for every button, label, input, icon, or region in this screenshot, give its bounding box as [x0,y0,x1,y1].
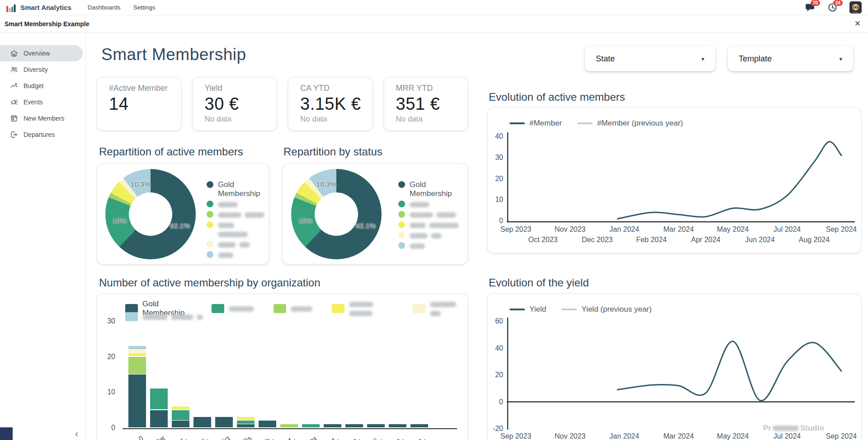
bar-segment [172,410,189,420]
close-icon[interactable]: ✕ [854,19,861,28]
bar-segment [128,350,146,353]
legend-item[interactable] [413,300,467,318]
sidebar-item-label: Departures [24,131,55,138]
brand[interactable]: Smart Analytics [6,3,71,12]
legend-item[interactable] [398,220,463,229]
legend-item[interactable]: #Member [509,119,562,128]
legend-item[interactable]: #Member (previous year) [577,119,683,128]
legend-label: #Member (previous year) [597,119,683,128]
x-axis-tick: Sep 2024 [821,225,862,234]
kpi-card-yield: Yield30 €No data [193,77,277,131]
filter-state[interactable]: State▾ [585,46,715,71]
legend-item[interactable]: Yield (previous year) [561,305,651,314]
legend-redacted [349,300,396,318]
sidebar-item-overview[interactable]: Overview [0,45,83,61]
legend-item[interactable] [332,300,396,318]
bar-segment [324,424,341,427]
legend-item[interactable]: Yield [509,305,546,314]
clock-notification-icon[interactable]: 24 [828,3,839,13]
x-axis-tick: Mar 2024 [658,225,699,234]
legend-label: Yield (previous year) [581,305,651,314]
x-axis-tick: Sep 2023 [495,432,537,440]
bar-segment [172,421,189,427]
redacted-text [431,233,442,239]
legend-swatch [274,304,286,313]
section-title-repartition-status: Repartition by status [283,145,382,158]
filter-template[interactable]: Template▾ [728,46,853,71]
legend-item[interactable] [398,200,463,209]
donut-card-members: 62.1%19%10.3%Gold Membership [97,164,269,264]
legend-item[interactable] [207,250,269,259]
line-legend: #Member#Member (previous year) [509,119,683,128]
x-axis-tick: May 2024 [712,432,754,440]
legend-item[interactable] [398,231,463,240]
legend-item[interactable] [125,312,206,321]
redacted-text [410,243,425,249]
legend-item[interactable] [207,240,269,249]
legend-dot [398,211,405,218]
avatar[interactable] [849,1,862,14]
legend-item[interactable] [207,210,269,219]
x-axis-tick: Aug 2024 [793,236,835,244]
corner-brand-square [0,427,13,440]
y-axis-tick: 40 [490,344,503,352]
megaphone-icon [10,98,18,106]
bar-segment [150,410,168,427]
x-axis-tick: Feb 2024 [631,236,672,244]
legend-dot [207,201,213,207]
section-title-evolution-members: Evolution of active members [489,91,625,103]
legend-dot [398,232,405,239]
watermark: Pr Studio [763,424,824,433]
nav-menu-dashboards[interactable]: Dashboards [88,4,121,11]
legend-item[interactable] [274,300,316,318]
x-axis-tick: Jun 2024 [739,236,781,244]
kpi-card--active-member: #Active Member14 [97,77,181,131]
app-root: Smart Analytics DashboardsSettings 7024 … [0,0,868,440]
sidebar: OverviewDiversityBudgetEventsNew Members… [0,33,86,440]
nav-right: 7024 [805,1,862,14]
y-axis-tick: 20 [102,353,115,361]
legend-redacted [142,312,206,321]
sidebar-item-label: Overview [24,50,50,57]
redacted-text [436,212,456,218]
document-title-bar: Smart Membership Example ✕ [0,15,868,33]
legend-item[interactable]: Gold Membership [398,180,463,198]
bar-segment [302,424,320,427]
sidebar-item-departures[interactable]: Departures [0,126,85,143]
legend-dot [207,221,213,228]
legend-item[interactable] [212,300,257,318]
y-axis-tick: -20 [490,425,503,433]
filter-label: Template [739,54,772,64]
chevron-down-icon: ▾ [701,56,704,62]
sidebar-collapse-button[interactable]: ‹ [75,428,78,440]
chat-notification-icon[interactable]: 70 [805,3,816,13]
sidebar-item-new-members[interactable]: New Members [0,110,85,126]
legend-item[interactable] [207,220,269,239]
bar-segment [128,357,146,374]
nav-menu-settings[interactable]: Settings [133,4,156,11]
kpi-card-ca-ytd: CA YTD3.15K €No data [288,77,373,131]
exit-icon [10,131,18,139]
x-axis-tick: Apr 2024 [685,236,726,244]
redacted-text [410,233,428,239]
sidebar-item-events[interactable]: Events [0,94,85,110]
legend-redacted [218,210,268,219]
sidebar-item-diversity[interactable]: Diversity [0,61,85,78]
legend-item[interactable] [207,200,269,209]
filter-label: State [596,54,615,64]
sidebar-item-label: Budget [24,82,43,89]
avatar-image-icon [849,1,862,14]
x-axis-tick: Jan 2024 [604,225,645,234]
kpi-value: 30 € [205,94,272,114]
sidebar-item-budget[interactable]: Budget [0,78,85,94]
x-axis-tick: Nov 2023 [549,432,591,440]
redacted-text [218,223,234,228]
legend-item[interactable] [398,241,463,250]
section-title-repartition-members: Repartition of active members [99,145,243,158]
legend-item[interactable] [398,210,463,219]
line-legend: YieldYield (previous year) [509,305,651,314]
legend-dot [398,221,405,228]
legend-item[interactable]: Gold Membership [207,180,269,198]
legend-line-swatch [561,309,577,310]
redacted-text [349,302,373,307]
